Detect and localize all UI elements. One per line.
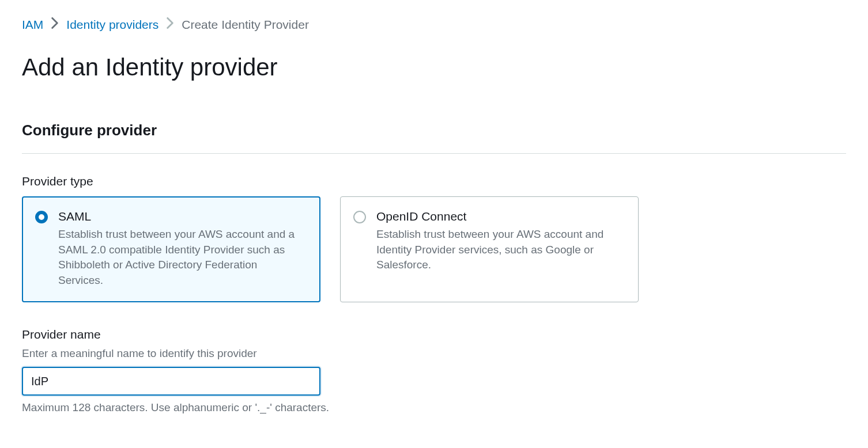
provider-type-field: Provider type SAML Establish trust betwe… [22,174,846,302]
provider-type-options: SAML Establish trust between your AWS ac… [22,196,846,302]
tile-desc: Establish trust between your AWS account… [58,227,305,288]
breadcrumb: IAM Identity providers Create Identity P… [22,17,846,32]
provider-name-hint-bottom: Maximum 128 characters. Use alphanumeric… [22,401,846,414]
chevron-right-icon [167,17,173,32]
provider-name-label: Provider name [22,328,846,341]
provider-type-label: Provider type [22,174,846,188]
tile-desc: Establish trust between your AWS account… [376,227,623,273]
provider-name-hint-top: Enter a meaningful name to identify this… [22,347,846,360]
divider [22,153,846,154]
breadcrumb-identity-providers[interactable]: Identity providers [66,18,158,32]
tile-body: OpenID Connect Establish trust between y… [376,210,623,288]
tile-body: SAML Establish trust between your AWS ac… [58,210,305,288]
chevron-right-icon [51,17,58,32]
radio-tile-saml[interactable]: SAML Establish trust between your AWS ac… [22,196,320,302]
provider-name-input[interactable] [22,367,320,396]
breadcrumb-current: Create Identity Provider [182,18,309,32]
breadcrumb-iam[interactable]: IAM [22,18,43,32]
page-title: Add an Identity provider [22,54,846,81]
tile-title: OpenID Connect [376,210,623,223]
provider-name-field: Provider name Enter a meaningful name to… [22,328,846,414]
radio-icon [353,211,366,223]
radio-icon [35,211,48,223]
radio-tile-openid-connect[interactable]: OpenID Connect Establish trust between y… [340,196,639,302]
section-title: Configure provider [22,122,846,139]
tile-title: SAML [58,210,305,223]
